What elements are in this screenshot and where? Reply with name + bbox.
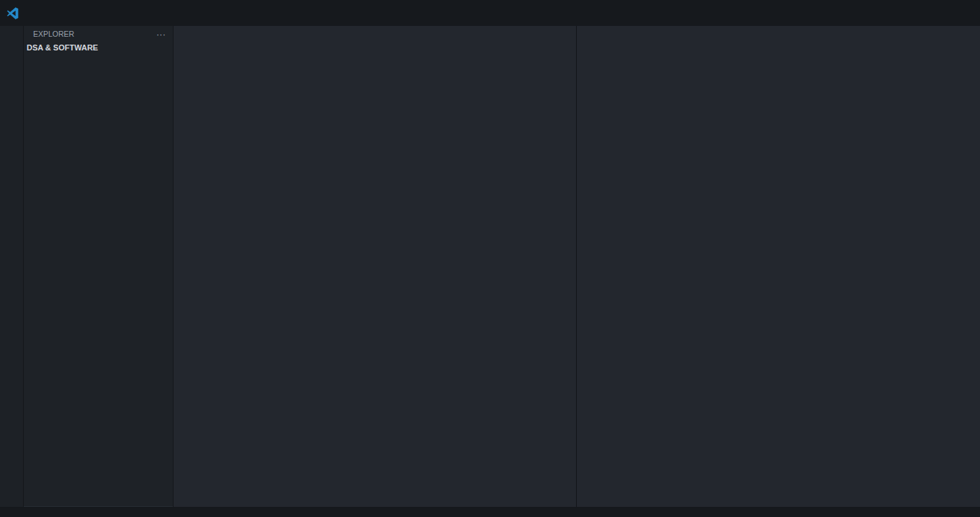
workspace-header[interactable]: DSA & SOFTWARE xyxy=(24,42,173,53)
explorer-title: EXPLORER xyxy=(33,30,74,38)
nav-arrows xyxy=(467,0,477,26)
vscode-logo-icon xyxy=(0,7,24,19)
workbench: EXPLORER ··· DSA & SOFTWARE xyxy=(0,26,980,507)
activity-bar xyxy=(0,26,24,507)
vscode-window: EXPLORER ··· DSA & SOFTWARE xyxy=(0,0,980,517)
sidebar-title: EXPLORER ··· xyxy=(24,26,173,42)
titlebar-right xyxy=(961,0,980,26)
status-right xyxy=(973,508,980,517)
editor-area xyxy=(174,26,980,507)
explorer-sidebar: EXPLORER ··· DSA & SOFTWARE xyxy=(24,26,174,507)
titlebar xyxy=(0,0,980,26)
editor-group-right xyxy=(576,26,980,507)
status-bar xyxy=(0,507,980,517)
more-actions-icon[interactable]: ··· xyxy=(156,29,166,40)
status-left xyxy=(0,508,4,517)
workspace-name: DSA & SOFTWARE xyxy=(27,43,98,52)
editor-group-left xyxy=(174,26,576,507)
